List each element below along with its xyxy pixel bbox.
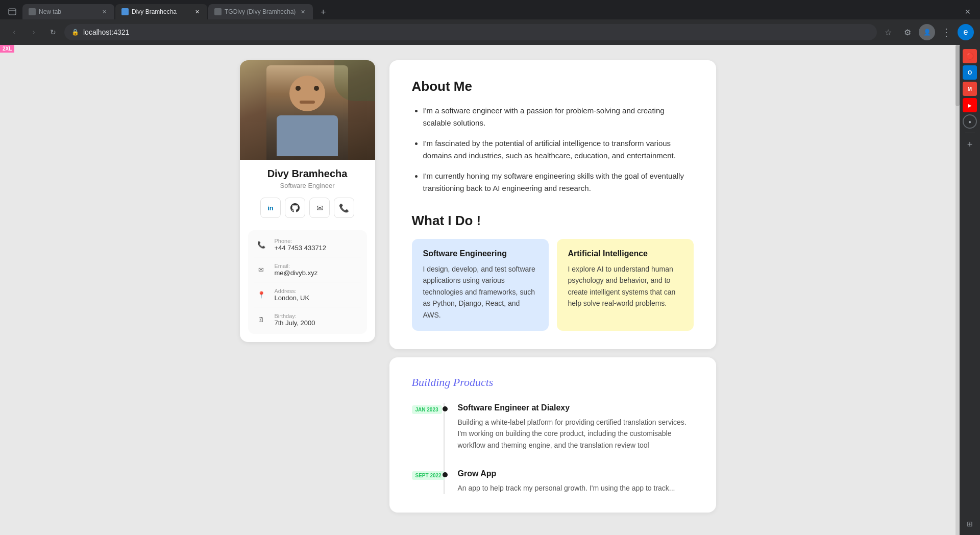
birthday-icon: 🗓 [254,312,268,327]
phone-icon: 📞 [254,237,268,252]
skill-software-engineering: Software Engineering I design, develop, … [412,239,549,331]
phone-value: +44 7453 433712 [275,244,327,252]
tab-close-tgdivy[interactable]: ✕ [299,8,307,16]
timeline-desc-2: An app to help track my personal growth.… [458,482,694,494]
ext-add-button[interactable]: + [963,137,977,152]
contact-email: ✉ Email: me@divyb.xyz [254,257,361,282]
tab-favicon-divy [121,8,129,15]
about-title: About Me [412,79,694,94]
ext-outlook-icon[interactable]: O [963,65,977,80]
linkedin-button[interactable]: in [260,198,281,218]
timeline-title-1: Software Engineer at Dialexy [458,403,694,412]
scrollbar-thumb[interactable] [955,45,960,106]
window-menu-btn[interactable] [4,4,20,19]
birthday-value: 7th July, 2000 [275,319,315,327]
profile-name: Divy Bramhecha [250,168,365,180]
skill-ai-desc: I explore AI to understand human psychol… [568,263,682,309]
svg-rect-0 [9,9,16,15]
right-column: About Me I'm a software engineer with a … [389,60,716,520]
tab-favicon-new [29,8,36,15]
skill-ai-title: Artificial Intelligence [568,249,682,258]
window-close-btn[interactable]: ✕ [960,4,976,19]
timeline-dot-2 [443,472,448,477]
about-list: I'm a software engineer with a passion f… [412,105,694,194]
profile-title: Software Engineer [250,182,365,189]
twoxl-badge: 2XL [0,45,14,53]
skill-se-title: Software Engineering [423,249,537,258]
email-label: Email: [275,263,318,269]
address-bar[interactable]: 🔒 localhost:4321 [64,24,877,40]
tab-title-new: New tab [39,8,97,15]
tab-bar: New tab ✕ Divy Bramhecha ✕ TGDivy (Divy … [0,0,980,19]
contact-address: 📍 Address: London, UK [254,282,361,307]
more-button[interactable]: ⋮ [938,24,954,40]
about-item-1: I'm a software engineer with a passion f… [423,105,694,129]
back-button[interactable]: ‹ [6,24,22,40]
edge-icon[interactable]: e [958,24,974,40]
address-label: Address: [275,288,310,294]
timeline-date-2: SEPT 2022 [412,471,445,480]
bookmark-button[interactable]: ☆ [880,24,896,40]
toolbar: ‹ › ↻ 🔒 localhost:4321 ☆ ⚙ 👤 ⋮ e [0,19,980,45]
browser-extension-sidebar: 🔴 O M ▶ ● + ⊞ [960,45,980,535]
timeline-date-1: JAN 2023 [412,405,442,414]
timeline-section-title: Building Products [412,376,694,389]
tab-tgdivy[interactable]: TGDivy (Divy Bramhecha) ✕ [208,4,313,19]
contact-info: 📞 Phone: +44 7453 433712 ✉ Email: me@div… [248,230,367,334]
phone-label: Phone: [275,238,327,244]
email-value: me@divyb.xyz [275,269,318,277]
timeline-card: Building Products JAN 2023 Software Engi… [389,357,716,513]
skill-se-desc: I design, develop, and test software app… [423,263,537,321]
social-links: in ✉ 📞 [250,198,365,218]
address-value: London, UK [275,294,310,302]
timeline: JAN 2023 Software Engineer at Dialexy Bu… [412,403,694,494]
what-i-do-title: What I Do ! [412,213,694,229]
birthday-label: Birthday: [275,313,315,319]
timeline-item-1: JAN 2023 Software Engineer at Dialexy Bu… [458,403,694,451]
ext-gmail-icon[interactable]: M [963,82,977,96]
main-scroll-area[interactable]: Divy Bramhecha Software Engineer in ✉ 📞 … [0,45,955,535]
contact-phone: 📞 Phone: +44 7453 433712 [254,232,361,257]
contact-birthday: 🗓 Birthday: 7th July, 2000 [254,307,361,332]
forward-button[interactable]: › [26,24,42,40]
about-item-3: I'm currently honing my software enginee… [423,170,694,194]
timeline-item-2: SEPT 2022 Grow App An app to help track … [458,469,694,494]
tab-divy[interactable]: Divy Bramhecha ✕ [115,4,207,19]
ext-circle-icon[interactable]: ● [963,114,977,129]
skill-ai: Artificial Intelligence I explore AI to … [557,239,694,331]
scrollbar-track[interactable] [955,45,960,535]
timeline-title-2: Grow App [458,469,694,478]
extensions-button[interactable]: ⚙ [899,24,916,40]
skills-grid: Software Engineering I design, develop, … [412,239,694,331]
timeline-dot-1 [443,406,448,411]
tab-favicon-tgdivy [214,8,222,15]
profile-card: Divy Bramhecha Software Engineer in ✉ 📞 … [240,60,375,342]
github-button[interactable] [285,198,305,218]
profiles-button[interactable]: 👤 [919,24,935,40]
profile-photo [240,60,375,160]
tab-title-tgdivy: TGDivy (Divy Bramhecha) [225,8,296,15]
browser-chrome: New tab ✕ Divy Bramhecha ✕ TGDivy (Divy … [0,0,980,45]
ext-divider [965,133,975,133]
ext-youtube-icon[interactable]: ▶ [963,98,977,112]
profile-info: Divy Bramhecha Software Engineer in ✉ 📞 [240,160,375,230]
timeline-desc-1: Building a white-label platform for prov… [458,417,694,451]
tab-new-tab[interactable]: New tab ✕ [22,4,114,19]
url-text: localhost:4321 [83,28,870,36]
email-button[interactable]: ✉ [309,198,330,218]
about-item-2: I'm fascinated by the potential of artif… [423,137,694,162]
page-content: Divy Bramhecha Software Engineer in ✉ 📞 … [0,45,980,535]
new-tab-button[interactable]: + [316,5,330,19]
phone-button[interactable]: 📞 [334,198,354,218]
tab-close-divy[interactable]: ✕ [193,8,201,16]
tab-close-new[interactable]: ✕ [100,8,108,16]
tab-title-divy: Divy Bramhecha [132,8,190,15]
email-icon: ✉ [254,262,268,277]
lock-icon: 🔒 [71,29,79,36]
about-me-card: About Me I'm a software engineer with a … [389,60,716,349]
reload-button[interactable]: ↻ [45,24,61,40]
address-icon: 📍 [254,287,268,302]
ext-resize-button[interactable]: ⊞ [963,517,977,531]
ext-red-icon[interactable]: 🔴 [963,49,977,63]
